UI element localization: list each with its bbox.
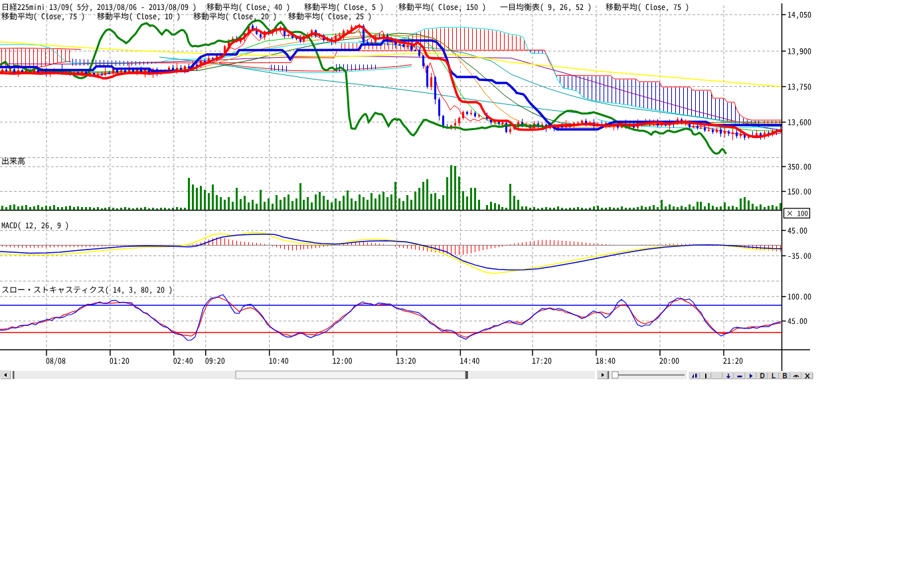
svg-text:D: D — [760, 372, 764, 380]
svg-text:L: L — [772, 372, 776, 380]
svg-text:B: B — [782, 372, 787, 380]
